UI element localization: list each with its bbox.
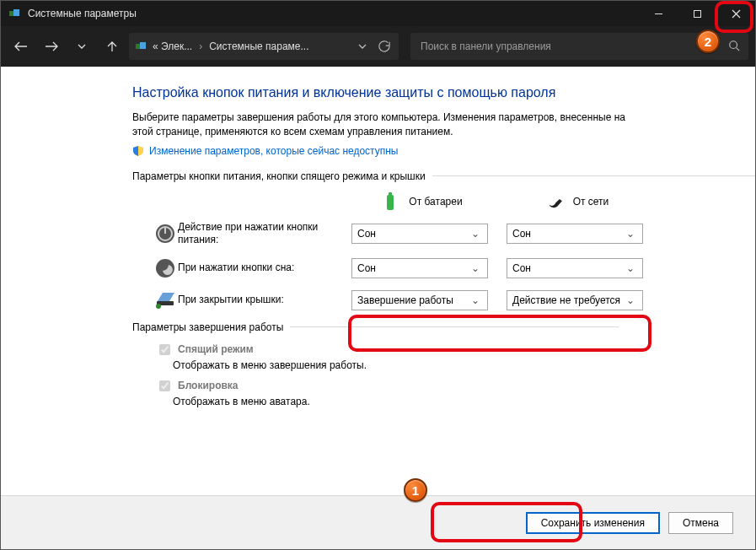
row-power-label: Действие при нажатии кнопки питания:: [178, 221, 351, 247]
svg-line-9: [737, 47, 740, 51]
power-button-icon: [153, 223, 178, 245]
opt-lock-checkbox: Блокировка: [156, 378, 239, 394]
svg-rect-7: [140, 42, 146, 49]
chevron-down-icon: ⌄: [624, 262, 637, 274]
opt-sleep-input: [159, 344, 170, 355]
footer: Сохранить изменения Отмена: [1, 495, 755, 549]
address-bar[interactable]: « Элек... › Системные параме...: [129, 33, 399, 60]
opt-lock-input: [159, 380, 170, 391]
up-button[interactable]: [99, 33, 126, 60]
chevron-down-icon: ⌄: [624, 294, 637, 306]
save-button[interactable]: Сохранить изменения: [526, 512, 660, 534]
sleep-ac-select[interactable]: Сон⌄: [507, 258, 643, 278]
annotation-badge-2: 2: [696, 30, 720, 53]
chevron-down-icon: ⌄: [469, 228, 482, 240]
cancel-button[interactable]: Отмена: [668, 512, 733, 534]
divider: [432, 175, 755, 176]
svg-rect-10: [387, 195, 394, 210]
opt-lock-desc: Отображать в меню аватара.: [173, 396, 755, 407]
minimize-button[interactable]: [639, 1, 678, 26]
forward-button[interactable]: [38, 33, 65, 60]
refresh-button[interactable]: [375, 40, 394, 52]
chevron-down-icon: ⌄: [624, 228, 637, 240]
maximize-button[interactable]: [678, 1, 716, 26]
column-ac-label: От сети: [573, 196, 609, 208]
titlebar: Системные параметры: [1, 1, 755, 26]
power-battery-select[interactable]: Сон⌄: [351, 224, 488, 244]
opt-sleep-checkbox: Спящий режим: [156, 342, 254, 358]
close-button[interactable]: [716, 1, 755, 26]
row-sleep-label: При нажатии кнопки сна:: [178, 262, 351, 275]
ac-plug-icon: [548, 191, 565, 213]
page-title: Настройка кнопок питания и включение защ…: [132, 85, 755, 100]
annotation-badge-1: 1: [404, 478, 427, 502]
svg-rect-1: [13, 9, 19, 16]
svg-rect-3: [694, 10, 700, 17]
recent-dropdown[interactable]: [68, 33, 95, 60]
chevron-down-icon: ⌄: [469, 294, 482, 306]
battery-icon: [383, 191, 400, 213]
divider: [290, 326, 619, 327]
uac-shield-icon: [132, 145, 144, 157]
content-area: Настройка кнопок питания и включение защ…: [1, 67, 755, 495]
sleep-battery-select[interactable]: Сон⌄: [351, 258, 488, 278]
svg-point-17: [156, 304, 161, 309]
section-shutdown-label: Параметры завершения работы: [132, 321, 283, 333]
opt-lock-label: Блокировка: [178, 380, 239, 391]
svg-rect-11: [389, 192, 392, 196]
breadcrumb-2[interactable]: Системные параме...: [209, 40, 308, 52]
location-icon: [134, 40, 147, 53]
search-input[interactable]: [419, 40, 723, 53]
address-dropdown-icon[interactable]: [355, 42, 370, 51]
laptop-lid-icon: [153, 289, 178, 311]
window-title: Системные параметры: [28, 8, 137, 19]
column-battery-label: От батареи: [409, 196, 462, 208]
lid-ac-select[interactable]: Действие не требуется⌄: [507, 290, 643, 310]
sleep-button-icon: [153, 257, 178, 279]
row-lid-label: При закрытии крышки:: [178, 294, 351, 307]
opt-sleep-desc: Отображать в меню завершения работы.: [173, 359, 755, 371]
app-icon: [8, 7, 21, 20]
chevron-right-icon: ›: [197, 40, 204, 52]
back-button[interactable]: [8, 33, 35, 60]
navbar: « Элек... › Системные параме...: [1, 26, 755, 67]
uac-link[interactable]: Изменение параметров, которые сейчас нед…: [149, 145, 399, 157]
chevron-down-icon: ⌄: [469, 262, 482, 274]
section-power-buttons-label: Параметры кнопки питания, кнопки спящего…: [132, 170, 426, 182]
breadcrumb-1[interactable]: « Элек...: [153, 40, 192, 52]
search-icon[interactable]: [728, 40, 740, 54]
power-ac-select[interactable]: Сон⌄: [507, 224, 643, 244]
opt-sleep-label: Спящий режим: [178, 343, 254, 355]
svg-point-8: [730, 40, 737, 48]
lid-battery-select[interactable]: Завершение работы⌄: [351, 290, 488, 310]
intro-text: Выберите параметры завершения работы для…: [132, 111, 638, 140]
